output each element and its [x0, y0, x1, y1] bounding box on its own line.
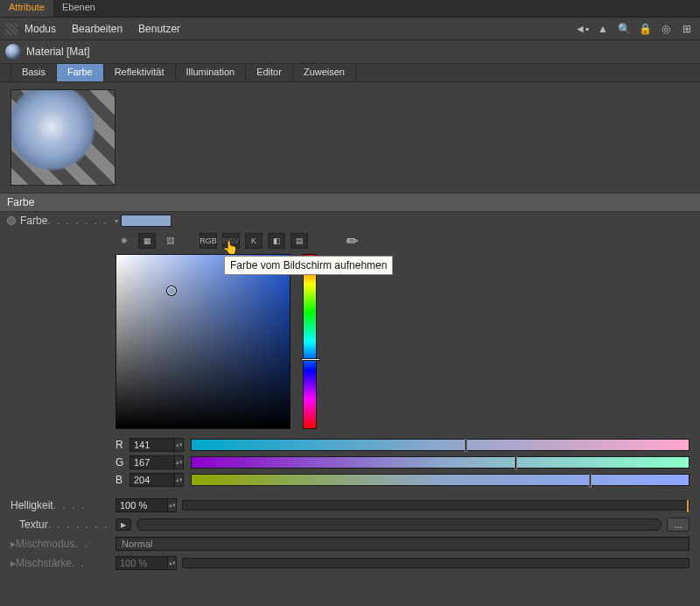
dropdown-mischmodus[interactable]: Normal	[116, 537, 690, 551]
slider-mischstaerke[interactable]	[182, 558, 690, 568]
texture-menu-button[interactable]: ▶	[116, 518, 131, 531]
hsv-mode-button[interactable]: HSV	[222, 233, 240, 249]
row-farbe: Farbe . . . . . . . ▾	[0, 212, 700, 229]
tab-basis[interactable]: Basis	[10, 64, 57, 81]
hue-handle[interactable]	[301, 358, 320, 361]
color-field[interactable]	[116, 254, 290, 429]
section-farbe-header: Farbe	[0, 193, 700, 212]
eyedropper-icon[interactable]: ✎	[340, 229, 364, 253]
label-r: R	[116, 439, 130, 451]
slider-r[interactable]	[191, 439, 690, 451]
label-g: G	[116, 456, 130, 469]
texture-browse-button[interactable]: …	[667, 518, 690, 532]
input-g[interactable]: 167	[130, 455, 175, 469]
tab-ebenen[interactable]: Ebenen	[53, 0, 104, 17]
color-swatch[interactable]	[121, 215, 172, 227]
spinner-r[interactable]: ▴▾	[175, 438, 184, 452]
swatches-icon[interactable]: ▤	[290, 233, 308, 249]
panel-tabs: Attribute Ebenen	[0, 0, 700, 18]
slider-g[interactable]	[191, 456, 690, 469]
target-icon[interactable]: ◎	[658, 21, 674, 37]
lock-icon[interactable]: 🔒	[637, 21, 653, 37]
color-picker	[0, 254, 700, 438]
row-textur: Textur . . . . . . . ▶ …	[0, 515, 700, 534]
row-helligkeit: Helligkeit . . . . 100 % ▴▾	[0, 496, 700, 515]
rgb-sliders: R 141 ▴▾ G 167 ▴▾ B 204 ▴▾	[0, 438, 700, 496]
label-b: B	[116, 474, 130, 486]
rgb-mode-button[interactable]: RGB	[200, 233, 217, 249]
row-mischstaerke: ▸ Mischstärke . . 100 % ▴▾	[0, 553, 700, 573]
wheel-icon[interactable]: ✺	[116, 233, 133, 249]
input-b[interactable]: 204	[130, 473, 175, 487]
anim-dot-icon[interactable]	[7, 216, 16, 225]
channel-tabs: Basis Farbe Reflektivität Illumination E…	[0, 63, 700, 82]
tab-zuweisen[interactable]: Zuweisen	[293, 64, 356, 81]
spinner-g[interactable]: ▴▾	[175, 455, 184, 469]
swatch-menu-icon[interactable]: ▾	[112, 217, 121, 225]
tab-reflektivitaet[interactable]: Reflektivität	[104, 64, 176, 81]
new-icon[interactable]: ⊞	[679, 21, 695, 37]
color-field-handle[interactable]	[167, 286, 176, 295]
input-mischstaerke[interactable]: 100 %	[116, 556, 168, 570]
up-icon[interactable]: ▲	[595, 21, 611, 37]
slider-b[interactable]	[191, 474, 690, 486]
menu-modus[interactable]: Modus	[24, 23, 56, 35]
material-preview[interactable]	[10, 89, 116, 186]
input-r[interactable]: 141	[130, 438, 175, 452]
back-icon[interactable]: ◄▪	[574, 21, 590, 37]
tab-editor[interactable]: Editor	[246, 64, 293, 81]
menu-bar: Modus Bearbeiten Benutzer ◄▪ ▲ 🔍 🔒 ◎ ⊞	[0, 18, 700, 40]
spinner-b[interactable]: ▴▾	[175, 473, 184, 487]
tab-farbe[interactable]: Farbe	[57, 64, 104, 81]
search-icon[interactable]: 🔍	[616, 21, 632, 37]
label-farbe: Farbe	[20, 215, 47, 227]
tab-illumination[interactable]: Illumination	[176, 64, 247, 81]
menu-bearbeiten[interactable]: Bearbeiten	[72, 23, 122, 35]
spinner-mischstaerke[interactable]: ▴▾	[168, 556, 177, 570]
hue-slider[interactable]	[303, 254, 317, 429]
menu-benutzer[interactable]: Benutzer	[138, 23, 180, 35]
eyedropper-tooltip: Farbe vom Bildschirm aufnehmen	[224, 256, 393, 275]
dots: . . . . . . .	[47, 215, 112, 227]
texture-slot[interactable]	[136, 518, 662, 531]
mixer-icon[interactable]: ◧	[268, 233, 285, 249]
material-title: Material [Mat]	[26, 46, 90, 58]
label-textur: Textur	[19, 518, 48, 531]
tab-attribute[interactable]: Attribute	[0, 0, 53, 17]
image-picker-icon[interactable]: 🖼	[161, 233, 178, 249]
spectrum-icon[interactable]: ▦	[138, 233, 156, 249]
label-mischstaerke: Mischstärke	[16, 557, 72, 569]
spinner-helligkeit[interactable]: ▴▾	[168, 498, 177, 512]
material-header: Material [Mat]	[0, 40, 700, 63]
material-sphere-icon	[5, 44, 21, 60]
slider-helligkeit[interactable]	[182, 500, 690, 511]
kelvin-icon[interactable]: K	[245, 233, 262, 249]
color-mode-toolbar: ✺ ▦ 🖼 RGB HSV K ◧ ▤ ✎ 👆 Farbe vom Bildsc…	[0, 229, 700, 254]
grip-icon	[5, 23, 18, 35]
input-helligkeit[interactable]: 100 %	[116, 498, 168, 512]
label-helligkeit: Helligkeit	[10, 499, 53, 511]
row-mischmodus: ▸ Mischmodus . . Normal	[0, 534, 700, 553]
label-mischmodus: Mischmodus	[16, 538, 74, 550]
